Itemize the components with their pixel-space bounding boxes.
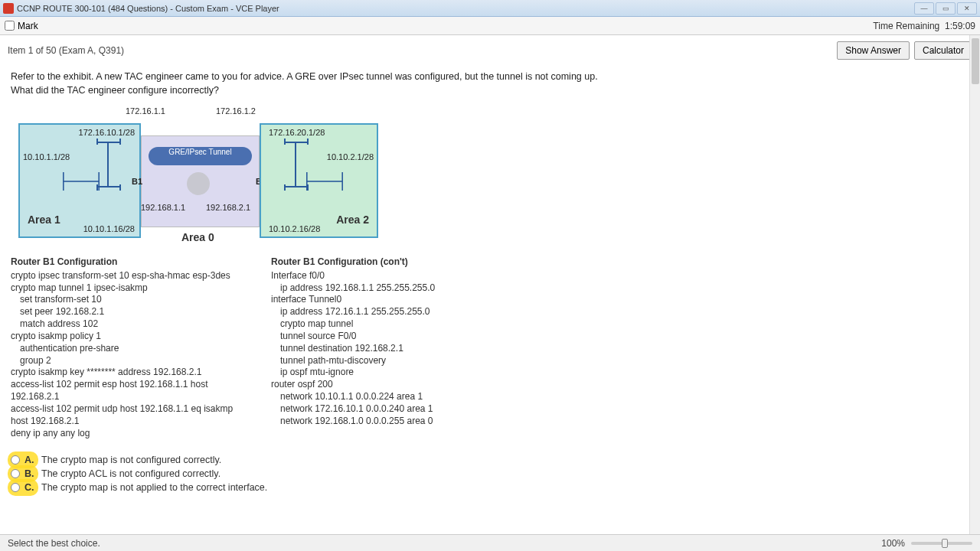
area1-box: 172.16.10.1/28 10.10.1.1/28 10.10.1.16/2…: [18, 123, 141, 238]
zoom-percent: 100%: [881, 538, 905, 549]
status-bar: Select the best choice. 100%: [0, 534, 980, 551]
config-left-hdr: Router B1 Configuration: [11, 256, 240, 269]
config-columns: Router B1 Configuration crypto ipsec tra…: [11, 256, 969, 439]
calculator-button[interactable]: Calculator: [914, 41, 972, 60]
a2-top-ip: 172.16.20.1/28: [269, 128, 325, 137]
answer-list: A. The crypto map is not configured corr…: [11, 453, 969, 494]
network-diagram: 172.16.1.1 172.16.1.2 172.16.10.1/28 10.…: [11, 105, 378, 250]
r1-ip: 192.168.1.1: [141, 203, 185, 212]
a1-left-ip: 10.10.1.1/28: [23, 152, 70, 161]
radio-b[interactable]: [11, 469, 20, 478]
answer-c[interactable]: C. The crypto map is not applied to the …: [11, 481, 969, 494]
mark-label: Mark: [18, 21, 38, 31]
tunnel-label: GRE/IPsec Tunnel: [149, 147, 252, 165]
window-titlebar: CCNP ROUTE 300-101 (484 Questions) - Cus…: [0, 0, 980, 17]
close-button[interactable]: ✕: [957, 2, 977, 15]
zoom-thumb[interactable]: [942, 539, 948, 548]
a2-right-ip: 10.10.2.1/28: [327, 152, 374, 161]
show-answer-button[interactable]: Show Answer: [837, 41, 910, 60]
r1-label: B1: [132, 177, 142, 186]
a1-top-ip: 172.16.10.1/28: [79, 128, 135, 137]
mark-bar: Mark Time Remaining 1:59:09: [0, 17, 980, 35]
area1-label: Area 1: [28, 214, 60, 226]
config-right-hdr: Router B1 Configuration (con't): [271, 256, 435, 269]
area0-label: Area 0: [181, 231, 214, 243]
ip-tunnel-right: 172.16.1.2: [216, 106, 256, 116]
area2-label: Area 2: [336, 214, 369, 226]
item-toolbar: Item 1 of 50 (Exam A, Q391) Show Answer …: [0, 35, 980, 66]
minimize-button[interactable]: —: [914, 2, 934, 15]
radio-a[interactable]: [11, 455, 20, 465]
window-title: CCNP ROUTE 300-101 (484 Questions) - Cus…: [17, 4, 914, 13]
answer-b[interactable]: B. The crypto ACL is not configured corr…: [11, 467, 969, 481]
mark-checkbox[interactable]: [5, 21, 15, 31]
r2-ip: 192.168.2.1: [206, 203, 250, 212]
area2-box: 172.16.20.1/28 10.10.2.1/28 10.10.2.16/2…: [260, 123, 378, 238]
question-text: Refer to the exhibit. A new TAC engineer…: [11, 70, 969, 97]
a1-bot-ip: 10.10.1.16/28: [83, 224, 135, 233]
question-content: Refer to the exhibit. A new TAC engineer…: [0, 66, 980, 533]
vertical-scrollbar[interactable]: [969, 35, 980, 534]
zoom-slider[interactable]: [911, 542, 972, 545]
timer: Time Remaining 1:59:09: [873, 21, 975, 31]
scrollbar-thumb[interactable]: [972, 38, 979, 84]
ip-tunnel-left: 172.16.1.1: [126, 106, 165, 116]
item-counter: Item 1 of 50 (Exam A, Q391): [8, 45, 124, 56]
config-right: Router B1 Configuration (con't) Interfac…: [271, 256, 435, 439]
config-left: Router B1 Configuration crypto ipsec tra…: [11, 256, 240, 439]
app-icon: [3, 3, 14, 14]
status-instruction: Select the best choice.: [8, 538, 100, 549]
cloud-icon: [187, 172, 210, 195]
a2-bot-ip: 10.10.2.16/28: [269, 224, 320, 233]
window-buttons: — ▭ ✕: [914, 2, 977, 15]
answer-a[interactable]: A. The crypto map is not configured corr…: [11, 453, 969, 467]
maximize-button[interactable]: ▭: [936, 2, 956, 15]
radio-c[interactable]: [11, 483, 20, 492]
